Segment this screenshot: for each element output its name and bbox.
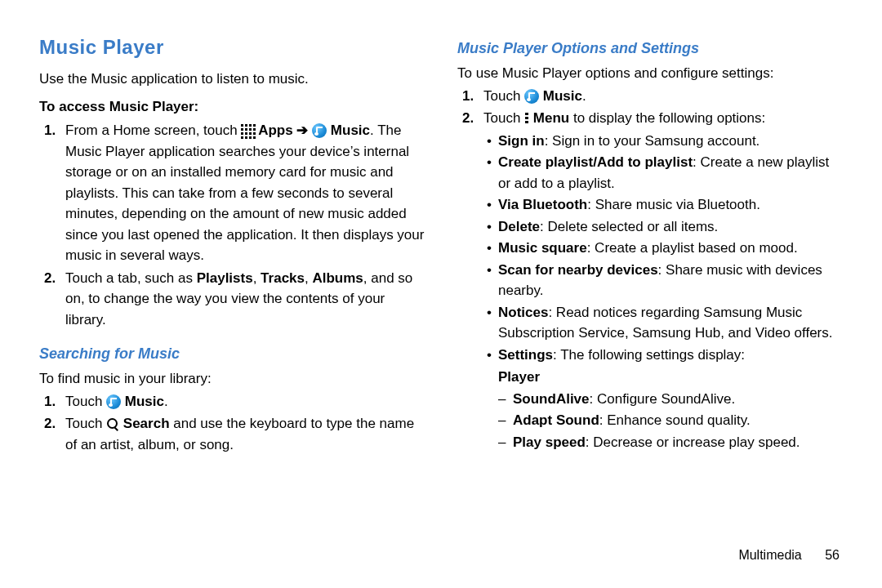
step-number: 1.	[39, 391, 65, 412]
desc: : The following settings display:	[553, 347, 745, 363]
music-app-icon	[106, 394, 121, 409]
page-footer: Multimedia 56	[738, 546, 840, 565]
text: Touch	[65, 416, 106, 431]
opt-via-bluetooth: Via Bluetooth: Share music via Bluetooth…	[483, 194, 843, 216]
music-label: Music	[543, 88, 582, 104]
opt-scan-nearby: Scan for nearby devices: Share music wit…	[483, 260, 843, 301]
heading-searching: Searching for Music	[39, 343, 425, 365]
apps-label: Apps	[258, 122, 293, 138]
step-number: 2.	[39, 413, 65, 455]
label: Delete	[498, 219, 540, 234]
step-number: 1.	[457, 86, 483, 107]
player-settings-list: SoundAlive: Configure SoundAlive. Adapt …	[498, 389, 843, 453]
label: Notices	[498, 305, 548, 320]
music-label: Music	[125, 394, 164, 409]
set-soundalive: SoundAlive: Configure SoundAlive.	[498, 389, 843, 410]
heading-music-player: Music Player	[39, 33, 425, 62]
step-body: Touch Music.	[65, 391, 425, 412]
albums-label: Albums	[312, 270, 363, 286]
options-steps: 1. Touch Music. 2. Touch Menu to di	[457, 86, 843, 455]
options-step-1: 1. Touch Music.	[457, 86, 843, 107]
page-number: 56	[825, 548, 840, 562]
opt-notices: Notices: Read notices regarding Samsung …	[483, 302, 843, 344]
text: From a Home screen, touch	[65, 122, 241, 138]
intro-paragraph: Use the Music application to listen to m…	[39, 69, 425, 90]
text: Touch	[483, 88, 524, 104]
search-label: Search	[123, 416, 170, 431]
manual-page: Music Player Use the Music application t…	[0, 0, 882, 588]
desc: : Read notices regarding Samsung Music S…	[498, 305, 833, 341]
music-app-icon	[524, 89, 539, 104]
label: Create playlist/Add to playlist	[498, 154, 693, 170]
search-step-2: 2. Touch Search and use the keyboard to …	[39, 413, 425, 455]
text: . The Music Player application searches …	[65, 122, 424, 263]
access-step-2: 2. Touch a tab, such as Playlists, Track…	[39, 268, 425, 331]
opt-music-square: Music square: Create a playlist based on…	[483, 238, 843, 259]
menu-label: Menu	[533, 110, 569, 126]
player-subheading: Player	[498, 367, 843, 388]
opt-settings: Settings: The following settings display…	[483, 345, 843, 453]
set-adapt-sound: Adapt Sound: Enhance sound quality.	[498, 410, 843, 431]
apps-grid-icon	[241, 124, 254, 137]
opt-delete: Delete: Delete selected or all items.	[483, 216, 843, 238]
step-body: From a Home screen, touch Apps ➔ Music. …	[65, 120, 425, 266]
search-icon	[106, 417, 119, 430]
text: ,	[253, 270, 261, 286]
text: Touch	[65, 394, 106, 409]
text: .	[164, 394, 168, 409]
music-app-icon	[312, 123, 327, 138]
desc: : Sign in to your Samsung account.	[545, 133, 760, 149]
label: Music square	[498, 240, 587, 256]
menu-options-list: Sign in: Sign in to your Samsung account…	[483, 131, 843, 453]
step-body: Touch Search and use the keyboard to typ…	[65, 413, 425, 455]
label: Play speed	[513, 434, 586, 450]
tracks-label: Tracks	[261, 270, 305, 286]
search-steps: 1. Touch Music. 2. Touch Search and use …	[39, 391, 425, 456]
step-body: Touch a tab, such as Playlists, Tracks, …	[65, 268, 425, 331]
options-intro: To use Music Player options and configur…	[457, 63, 843, 84]
step-number: 2.	[457, 108, 483, 454]
playlists-label: Playlists	[197, 270, 253, 286]
arrow-icon: ➔	[296, 122, 312, 138]
label: Adapt Sound	[513, 412, 599, 428]
step-body: Touch Menu to display the following opti…	[483, 108, 843, 454]
label: SoundAlive	[513, 391, 590, 407]
two-column-layout: Music Player Use the Music application t…	[39, 33, 843, 457]
heading-options: Music Player Options and Settings	[457, 38, 843, 60]
access-label: To access Music Player:	[39, 96, 425, 118]
access-steps: 1. From a Home screen, touch Apps ➔ Mus	[39, 120, 425, 330]
opt-create-playlist: Create playlist/Add to playlist: Create …	[483, 152, 843, 194]
search-step-1: 1. Touch Music.	[39, 391, 425, 412]
left-column: Music Player Use the Music application t…	[39, 33, 425, 457]
opt-sign-in: Sign in: Sign in to your Samsung account…	[483, 131, 843, 152]
menu-icon	[524, 112, 529, 125]
search-intro: To find music in your library:	[39, 368, 425, 390]
label: Via Bluetooth	[498, 197, 587, 212]
desc: : Enhance sound quality.	[599, 412, 751, 428]
text: to display the following options:	[569, 110, 765, 126]
label: Settings	[498, 347, 553, 363]
section-name: Multimedia	[738, 548, 801, 562]
step-number: 1.	[39, 120, 65, 266]
text: Touch	[483, 110, 524, 126]
desc: : Delete selected or all items.	[540, 219, 718, 234]
desc: : Configure SoundAlive.	[590, 391, 736, 407]
text: Touch a tab, such as	[65, 270, 197, 286]
options-step-2: 2. Touch Menu to display the following o…	[457, 108, 843, 454]
access-step-1: 1. From a Home screen, touch Apps ➔ Mus	[39, 120, 425, 266]
desc: : Create a playlist based on mood.	[587, 240, 798, 256]
right-column: Music Player Options and Settings To use…	[457, 33, 843, 457]
desc: : Share music via Bluetooth.	[587, 197, 760, 212]
label: Sign in	[498, 133, 545, 149]
set-play-speed: Play speed: Decrease or increase play sp…	[498, 432, 843, 453]
music-label: Music	[331, 122, 370, 138]
step-body: Touch Music.	[483, 86, 843, 107]
step-number: 2.	[39, 268, 65, 331]
text: .	[582, 88, 586, 104]
label: Scan for nearby devices	[498, 262, 658, 278]
desc: : Decrease or increase play speed.	[586, 434, 800, 450]
